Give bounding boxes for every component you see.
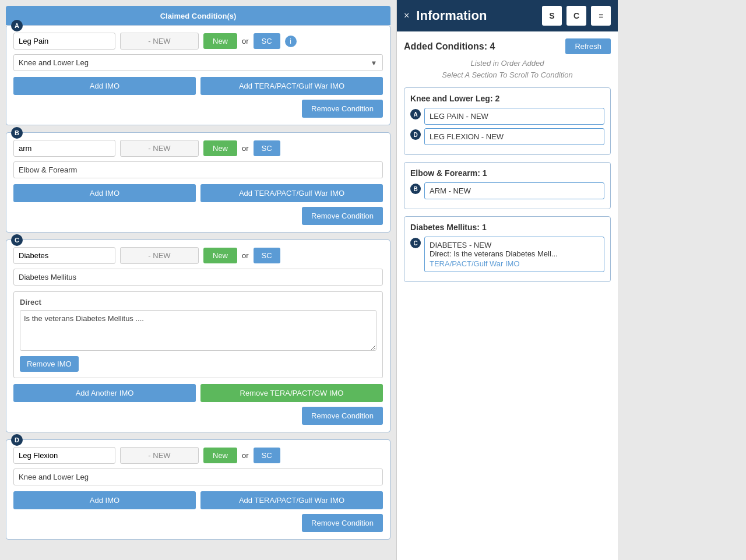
c-button[interactable]: C	[566, 6, 586, 26]
remove-condition-button-A[interactable]: Remove Condition	[302, 100, 383, 118]
sc-button-A[interactable]: SC	[254, 33, 280, 49]
list-order-note: Listed in Order Added Select A Section T…	[404, 58, 611, 80]
add-imo-button-D[interactable]: Add IMO	[13, 491, 196, 509]
tera-link[interactable]: TERA/PACT/Gulf War IMO	[430, 259, 599, 268]
right-header: × Information S C ≡	[397, 0, 618, 31]
close-button[interactable]: ×	[404, 10, 409, 21]
new-button-C[interactable]: New	[203, 248, 237, 263]
condition-text: LEG PAIN - NEW	[430, 112, 599, 121]
added-conditions-title: Added Conditions: 4	[404, 41, 495, 52]
info-badge-D: D	[410, 129, 421, 140]
add-tera-button-A[interactable]: Add TERA/PACT/Gulf War IMO	[200, 77, 383, 95]
info-condition-item[interactable]: ALEG PAIN - NEW	[410, 108, 604, 125]
input-row-B: - NEWNeworSC	[13, 140, 383, 157]
condition-text: LEG FLEXION - NEW	[430, 132, 599, 141]
remove-condition-button-C[interactable]: Remove Condition	[302, 407, 383, 425]
info-card-title: Knee and Lower Leg: 2	[410, 94, 604, 103]
info-icon-A[interactable]: i	[285, 36, 297, 47]
or-text-D: or	[242, 451, 249, 460]
condition-block-A: A- NEWNeworSCiKnee and Lower Leg▼Add IMO…	[6, 25, 390, 125]
info-title: Information	[416, 8, 537, 23]
info-condition-box: LEG PAIN - NEW	[424, 108, 604, 125]
info-condition-box: LEG FLEXION - NEW	[424, 128, 604, 145]
input-row-D: - NEWNeworSC	[13, 447, 383, 464]
info-condition-item[interactable]: BARM - NEW	[410, 182, 604, 199]
sc-button-C[interactable]: SC	[254, 248, 280, 263]
imo-section-C: DirectRemove IMO	[13, 291, 383, 378]
or-text-C: or	[242, 251, 249, 260]
remove-condition-wrapper-C: Remove Condition	[13, 407, 383, 425]
info-card: Diabetes Mellitus: 1CDIABETES - NEWDirec…	[404, 216, 611, 282]
remove-imo-button-C[interactable]: Remove IMO	[20, 356, 79, 372]
info-card: Elbow & Forearm: 1BARM - NEW	[404, 162, 611, 209]
direct-text: Direct: Is the veterans Diabetes Mell...	[430, 249, 599, 258]
or-text-B: or	[242, 144, 249, 153]
condition-text: ARM - NEW	[430, 186, 599, 195]
btn-row-B: Add IMOAdd TERA/PACT/Gulf War IMO	[13, 184, 383, 202]
imo-textarea-C[interactable]	[20, 310, 376, 351]
condition-input-B[interactable]	[13, 140, 115, 157]
remove-condition-wrapper-D: Remove Condition	[13, 514, 383, 532]
section-label-A: A	[11, 20, 23, 31]
condition-block-B: B- NEWNeworSCElbow & ForearmAdd IMOAdd T…	[6, 132, 390, 233]
add-imo-button-B[interactable]: Add IMO	[13, 184, 196, 202]
btn-row-A: Add IMOAdd TERA/PACT/Gulf War IMO	[13, 77, 383, 95]
new-badge-D: - NEW	[120, 447, 199, 464]
input-row-A: - NEWNeworSCi	[13, 33, 383, 50]
remove-condition-wrapper-A: Remove Condition	[13, 100, 383, 118]
section-label-C: C	[11, 234, 23, 246]
add-imo-button-C[interactable]: Add Another IMO	[13, 384, 196, 402]
body-part-select-A[interactable]: Knee and Lower Leg	[13, 54, 383, 71]
section-label-B: B	[11, 127, 23, 139]
info-card-title: Elbow & Forearm: 1	[410, 168, 604, 178]
right-panel: × Information S C ≡ Added Conditions: 4 …	[396, 0, 618, 560]
condition-input-A[interactable]	[13, 33, 115, 50]
body-part-D: Knee and Lower Leg	[13, 469, 383, 485]
btn-row-D: Add IMOAdd TERA/PACT/Gulf War IMO	[13, 491, 383, 509]
add-imo-button-A[interactable]: Add IMO	[13, 77, 196, 95]
info-card-title: Diabetes Mellitus: 1	[410, 223, 604, 232]
add-tera-button-D[interactable]: Add TERA/PACT/Gulf War IMO	[200, 491, 383, 509]
new-button-B[interactable]: New	[203, 140, 237, 156]
left-panel: Claimed Condition(s) A- NEWNeworSCiKnee …	[0, 0, 396, 560]
s-button[interactable]: S	[542, 6, 562, 26]
add-tera-button-C[interactable]: Remove TERA/PACT/GW IMO	[200, 384, 383, 402]
add-tera-button-B[interactable]: Add TERA/PACT/Gulf War IMO	[200, 184, 383, 202]
info-badge-B: B	[410, 184, 421, 194]
sc-button-B[interactable]: SC	[254, 140, 280, 156]
info-badge-C: C	[410, 238, 421, 248]
condition-input-C[interactable]	[13, 247, 115, 264]
info-condition-box: ARM - NEW	[424, 182, 604, 199]
info-condition-item[interactable]: CDIABETES - NEWDirect: Is the veterans D…	[410, 237, 604, 272]
body-part-wrapper-A: Knee and Lower Leg▼	[13, 54, 383, 71]
conditions-container: A- NEWNeworSCiKnee and Lower Leg▼Add IMO…	[6, 25, 390, 540]
new-badge-C: - NEW	[120, 247, 199, 264]
new-button-D[interactable]: New	[203, 448, 237, 463]
panel-header: Claimed Condition(s)	[6, 6, 390, 25]
remove-condition-wrapper-B: Remove Condition	[13, 207, 383, 225]
imo-label-C: Direct	[20, 298, 376, 307]
remove-condition-button-D[interactable]: Remove Condition	[302, 514, 383, 532]
condition-block-C: C- NEWNeworSCDiabetes MellitusDirectRemo…	[6, 240, 390, 432]
condition-input-D[interactable]	[13, 447, 115, 464]
new-button-A[interactable]: New	[203, 33, 237, 49]
menu-button[interactable]: ≡	[591, 6, 611, 26]
condition-block-D: D- NEWNeworSCKnee and Lower LegAdd IMOAd…	[6, 439, 390, 540]
body-part-C: Diabetes Mellitus	[13, 269, 383, 286]
input-row-C: - NEWNeworSC	[13, 247, 383, 264]
sc-button-D[interactable]: SC	[254, 448, 280, 463]
info-condition-item[interactable]: DLEG FLEXION - NEW	[410, 128, 604, 145]
new-badge-B: - NEW	[120, 140, 199, 157]
btn-row-C: Add Another IMORemove TERA/PACT/GW IMO	[13, 384, 383, 402]
info-badge-A: A	[410, 109, 421, 119]
refresh-button[interactable]: Refresh	[565, 38, 611, 54]
remove-condition-button-B[interactable]: Remove Condition	[302, 207, 383, 225]
info-cards-container: Knee and Lower Leg: 2ALEG PAIN - NEWDLEG…	[404, 87, 611, 282]
new-badge-A: - NEW	[120, 33, 199, 50]
info-card: Knee and Lower Leg: 2ALEG PAIN - NEWDLEG…	[404, 87, 611, 155]
section-label-D: D	[11, 434, 23, 446]
body-part-B: Elbow & Forearm	[13, 161, 383, 178]
condition-text: DIABETES - NEW	[430, 241, 599, 249]
right-content: Added Conditions: 4 Refresh Listed in Or…	[397, 31, 618, 560]
info-condition-box: DIABETES - NEWDirect: Is the veterans Di…	[424, 237, 604, 272]
